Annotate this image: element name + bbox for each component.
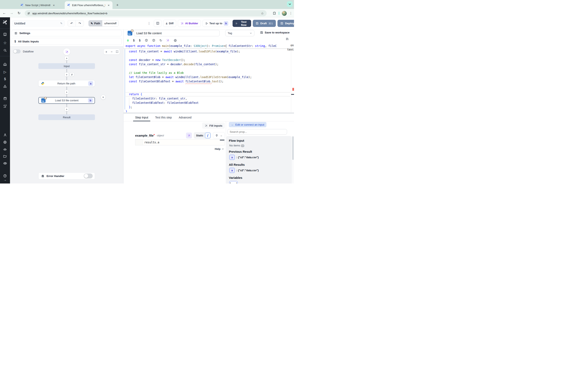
fit-view-button[interactable] bbox=[114, 50, 120, 53]
tab-close-icon[interactable]: × bbox=[52, 3, 56, 7]
code-editor[interactable]: // Load the entire file_content as a Uin… bbox=[123, 43, 294, 112]
dataflow-toggle[interactable] bbox=[13, 49, 21, 53]
flow-node-result[interactable]: Result bbox=[38, 114, 95, 120]
flow-node-input[interactable]: Input bbox=[38, 63, 95, 69]
flow-node-a[interactable]: Return file path a bbox=[38, 80, 95, 87]
routes-icon[interactable] bbox=[0, 104, 10, 108]
add-step-button-3[interactable]: + bbox=[65, 107, 69, 111]
add-step-button-1[interactable]: + bbox=[65, 72, 69, 77]
reload-icon[interactable]: ↻ bbox=[16, 10, 22, 16]
add-step-button-2[interactable]: + bbox=[65, 90, 69, 94]
variables-badge[interactable]: {...} bbox=[229, 181, 238, 184]
javascript-expr-icon[interactable]: f bbox=[205, 133, 210, 138]
result-badge-a[interactable]: a bbox=[229, 155, 235, 160]
undo-button[interactable]: ↶ bbox=[68, 20, 76, 26]
windmill-logo[interactable] bbox=[0, 20, 10, 25]
extensions-icon[interactable] bbox=[273, 12, 276, 15]
ai-wand-icon[interactable] bbox=[166, 39, 169, 42]
browser-tab-edit-flow[interactable]: Edit Flow u/henri/effortless_fl × bbox=[65, 1, 112, 9]
browser-menu-icon[interactable]: ⋮ bbox=[289, 11, 292, 15]
new-tab-button[interactable]: + bbox=[115, 2, 120, 8]
error-handler-card[interactable]: Error Handler bbox=[38, 173, 95, 179]
docs-book-button[interactable] bbox=[154, 20, 162, 27]
panel-scrollbar[interactable] bbox=[292, 136, 294, 184]
expression-editor[interactable]: results.a bbox=[135, 139, 225, 145]
deploy-button[interactable]: Deploy bbox=[277, 20, 294, 27]
delete-step-button[interactable]: × bbox=[101, 95, 106, 100]
tab-advanced[interactable]: Advanced bbox=[179, 114, 191, 121]
redo-button[interactable]: ↷ bbox=[76, 20, 84, 26]
path-group[interactable]: ✎Path u/henri/eff bbox=[88, 20, 119, 26]
zoom-in-button[interactable]: + bbox=[104, 50, 109, 53]
workers-robot-icon[interactable] bbox=[0, 147, 10, 151]
all-static-inputs-row[interactable]: $ All Static Inputs bbox=[12, 38, 122, 45]
draft-button[interactable]: Draft ⌘S bbox=[253, 20, 276, 27]
package-icon[interactable] bbox=[145, 39, 148, 42]
fill-inputs-button[interactable]: Fill inputs bbox=[202, 123, 225, 129]
trigger-bolt-button[interactable] bbox=[70, 72, 74, 77]
save-icon bbox=[280, 22, 283, 25]
vars-dollar-icon[interactable]: $ bbox=[139, 39, 141, 42]
test-flow-button[interactable]: Test flow bbox=[233, 20, 251, 27]
test-up-to-button[interactable]: Test up to b bbox=[203, 20, 231, 27]
site-settings-icon[interactable] bbox=[27, 12, 30, 15]
step-name-input[interactable] bbox=[134, 30, 220, 36]
schedules-calendar-icon[interactable] bbox=[0, 97, 10, 100]
flow-settings-row[interactable]: Settings bbox=[12, 30, 122, 36]
variables-dollar-icon[interactable]: $ bbox=[0, 77, 10, 81]
diff-button[interactable]: ± Diff bbox=[163, 20, 176, 27]
result-badge-a[interactable]: a bbox=[229, 168, 235, 173]
panel-resize-handle[interactable] bbox=[123, 112, 294, 114]
connect-input-button[interactable]: → bbox=[213, 132, 225, 139]
search-icon[interactable] bbox=[0, 49, 10, 52]
help-icon[interactable] bbox=[0, 174, 10, 178]
workspace-icon[interactable] bbox=[0, 33, 10, 36]
package-icon[interactable] bbox=[152, 39, 155, 42]
forward-icon[interactable]: → bbox=[9, 10, 15, 16]
home-icon[interactable] bbox=[0, 62, 10, 66]
tab-search-button[interactable] bbox=[287, 1, 293, 7]
tab-step-input[interactable]: Step Input bbox=[135, 114, 148, 121]
users-person-icon[interactable] bbox=[0, 133, 10, 137]
search-prop-input[interactable] bbox=[227, 129, 287, 134]
help-toggle[interactable]: Help bbox=[215, 147, 224, 150]
tab-strip: New Script | Windmill × Edit Flow u/henr… bbox=[0, 0, 294, 9]
expr-value: results.a bbox=[143, 141, 159, 144]
bookmark-star-icon[interactable]: ☆ bbox=[260, 11, 265, 15]
assets-dollar-icon[interactable]: $ bbox=[133, 39, 135, 42]
ai-fill-field-button[interactable] bbox=[186, 133, 192, 138]
settings-gear-icon[interactable] bbox=[0, 140, 10, 144]
tab-test-this-step[interactable]: Test this step bbox=[155, 114, 172, 121]
flow-node-b-selected[interactable]: TS Load S3 file content b bbox=[38, 97, 95, 104]
save-to-workspace-button[interactable]: Save to workspace bbox=[260, 31, 290, 34]
play-icon bbox=[235, 22, 238, 25]
windmill-favicon bbox=[67, 3, 70, 7]
library-panel-icon[interactable] bbox=[286, 37, 289, 41]
reload-icon[interactable]: ↻ bbox=[159, 39, 162, 42]
more-options-button[interactable]: ⋮ bbox=[146, 20, 152, 26]
edit-or-connect-button[interactable]: ← Edit or connect an input bbox=[229, 122, 267, 127]
browser-tab-new-script[interactable]: New Script | Windmill × bbox=[18, 1, 62, 9]
add-step-button-top[interactable]: + bbox=[65, 56, 69, 60]
bracket-guide bbox=[125, 49, 125, 109]
input-mode-toggle[interactable]: Static f bbox=[194, 132, 211, 139]
folders-icon[interactable] bbox=[0, 154, 10, 158]
runs-play-icon[interactable]: ▷ bbox=[0, 70, 10, 74]
flow-graph-canvas[interactable]: Dataflow + − + Input + bbox=[10, 46, 123, 184]
audit-eye-icon[interactable] bbox=[0, 161, 10, 165]
flow-name-field[interactable]: Untitled ✎ bbox=[12, 20, 65, 26]
collapse-arrow-icon[interactable]: → bbox=[0, 178, 10, 182]
tag-select[interactable]: Tag bbox=[225, 30, 254, 36]
profile-avatar[interactable] bbox=[282, 11, 287, 16]
zoom-out-button[interactable]: − bbox=[109, 50, 114, 53]
back-icon[interactable]: ← bbox=[1, 10, 7, 16]
ai-builder-button[interactable]: AI Builder bbox=[178, 20, 201, 27]
tab-close-icon[interactable]: × bbox=[107, 3, 111, 7]
ai-flow-wand-button[interactable] bbox=[63, 48, 70, 55]
error-handler-toggle[interactable] bbox=[84, 174, 93, 178]
editor-settings-gear-icon[interactable] bbox=[173, 39, 177, 42]
resources-cubes-icon[interactable] bbox=[0, 85, 10, 89]
address-bar[interactable]: app.windmill.dev/flows/edit/u/henri/effo… bbox=[25, 10, 267, 16]
edit-pencil-icon[interactable]: ✎ bbox=[60, 22, 62, 25]
favorites-star-icon[interactable]: ☆ bbox=[0, 41, 10, 45]
